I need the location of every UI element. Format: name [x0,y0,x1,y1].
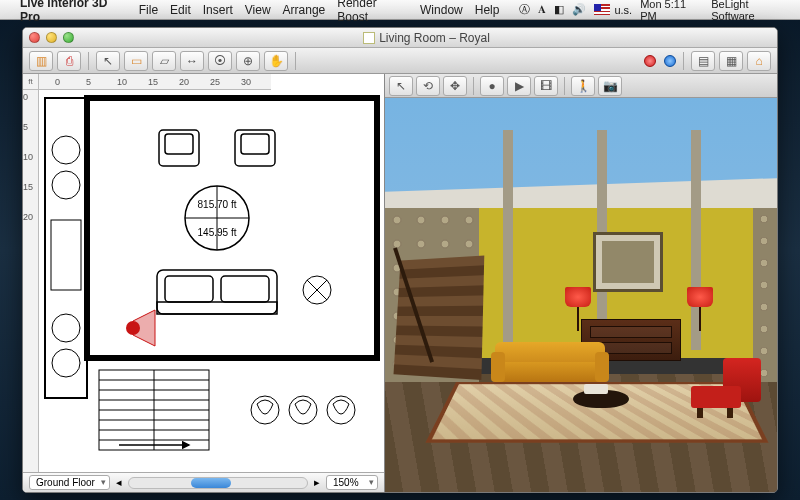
zoom-selector[interactable]: 150% [326,475,378,490]
menu-window[interactable]: Window [420,3,463,17]
menu-arrange[interactable]: Arrange [283,3,326,17]
inspector-2d-button[interactable]: ▤ [691,51,715,71]
svg-rect-4 [51,220,81,290]
pointer-3d-tool[interactable]: ↖ [389,76,413,96]
status-input-source[interactable]: u.s. [594,4,632,16]
library-button[interactable]: ▥ [29,51,53,71]
plan-canvas[interactable]: 815.70 ft 145.95 ft [39,90,384,472]
status-bar-2d: Ground Floor ◂ ▸ 150% [23,472,384,492]
status-volume-icon[interactable]: 🔊 [572,3,586,16]
svg-point-6 [52,349,80,377]
print-button[interactable]: ⎙ [57,51,81,71]
main-toolbar: ▥ ⎙ ↖ ▭ ▱ ↔ ⦿ ⊕ ✋ ▤ ▦ ⌂ [23,48,777,74]
play-button[interactable]: ▶ [507,76,531,96]
floor-selector[interactable]: Ground Floor [29,475,110,490]
svg-rect-10 [241,134,269,154]
snapshot-button[interactable]: 📷 [598,76,622,96]
status-text-indicator[interactable]: Ⓐ [519,2,530,17]
dim-width: 815.70 ft [198,199,237,210]
scene-armchair [691,358,761,418]
scene-lamp [687,287,713,331]
close-button[interactable] [29,32,40,43]
ruler-horizontal[interactable]: 051015202530 [39,74,271,90]
menu-edit[interactable]: Edit [170,3,191,17]
inspector-3d-button[interactable]: ▦ [719,51,743,71]
status-vendor[interactable]: BeLight Software [711,0,792,22]
content-split: ft 051015202530 05101520 [23,74,777,492]
menu-render-boost[interactable]: Render Boost [337,0,408,24]
home-button[interactable]: ⌂ [747,51,771,71]
scene-pillar [503,130,513,351]
minimize-button[interactable] [46,32,57,43]
scrollbar-thumb[interactable] [191,478,231,488]
zoom-tool[interactable]: ⊕ [236,51,260,71]
ruler-vertical[interactable]: 05101520 [23,90,39,472]
svg-rect-15 [165,276,213,302]
macos-menubar: Live Interior 3D Pro File Edit Insert Vi… [0,0,800,20]
walk-button[interactable]: 🚶 [571,76,595,96]
menu-insert[interactable]: Insert [203,3,233,17]
svg-rect-17 [157,302,277,314]
scene-lamp [565,287,591,331]
panel-3d: ↖ ⟲ ✥ ● ▶ 🎞 🚶 📷 [385,74,777,492]
toolbar-divider [295,52,296,70]
pan-tool[interactable]: ✋ [264,51,288,71]
render-viewport[interactable] [385,98,777,492]
dimension-tool[interactable]: ↔ [180,51,204,71]
svg-rect-16 [221,276,269,302]
window-titlebar[interactable]: Living Room – Royal [23,28,777,48]
toolbar-divider [88,52,89,70]
wall-tool[interactable]: ▭ [124,51,148,71]
app-name[interactable]: Live Interior 3D Pro [20,0,127,24]
scene-wall-stone-right [753,208,777,381]
camera-mark-tool[interactable]: ⦿ [208,51,232,71]
toolbar-divider [473,77,474,95]
floor-tool[interactable]: ▱ [152,51,176,71]
floor-plan-svg: 815.70 ft 145.95 ft [39,90,384,470]
toolbar-divider [564,77,565,95]
window-title: Living Room – Royal [82,31,771,45]
menu-file[interactable]: File [139,3,158,17]
svg-point-3 [52,171,80,199]
scene-coffee-table [573,390,629,408]
scene-stairs [393,255,484,380]
status-shape-indicator[interactable]: ◧ [554,3,564,16]
ruler-unit[interactable]: ft [23,74,39,90]
orbit-tool[interactable]: ⟲ [416,76,440,96]
svg-point-2 [52,136,80,164]
toolbar-divider [683,52,684,70]
movie-button[interactable]: 🎞 [534,76,558,96]
window-traffic-lights [29,32,74,43]
scroll-right-icon[interactable]: ▸ [314,476,320,489]
materials-button[interactable] [644,55,656,67]
record-button[interactable]: ● [480,76,504,96]
scene-mirror [593,232,663,292]
dim-depth: 145.95 ft [198,227,237,238]
info-button[interactable] [664,55,676,67]
svg-point-5 [52,314,80,342]
horizontal-scrollbar[interactable] [128,477,308,489]
panel-2d: ft 051015202530 05101520 [23,74,385,492]
status-font-indicator[interactable]: 𝐀 [538,3,546,16]
us-flag-icon [594,4,610,15]
camera-marker[interactable] [126,310,155,346]
app-window: Living Room – Royal ▥ ⎙ ↖ ▭ ▱ ↔ ⦿ ⊕ ✋ ▤ … [22,27,778,493]
document-icon [363,32,375,44]
menu-view[interactable]: View [245,3,271,17]
pointer-tool[interactable]: ↖ [96,51,120,71]
status-clock[interactable]: Mon 5:11 PM [640,0,703,22]
menu-help[interactable]: Help [475,3,500,17]
fly-tool[interactable]: ✥ [443,76,467,96]
svg-rect-8 [165,134,193,154]
scroll-left-icon[interactable]: ◂ [116,476,122,489]
scene-3d [385,98,777,492]
toolbar-3d: ↖ ⟲ ✥ ● ▶ 🎞 🚶 📷 [385,74,777,98]
zoom-button[interactable] [63,32,74,43]
